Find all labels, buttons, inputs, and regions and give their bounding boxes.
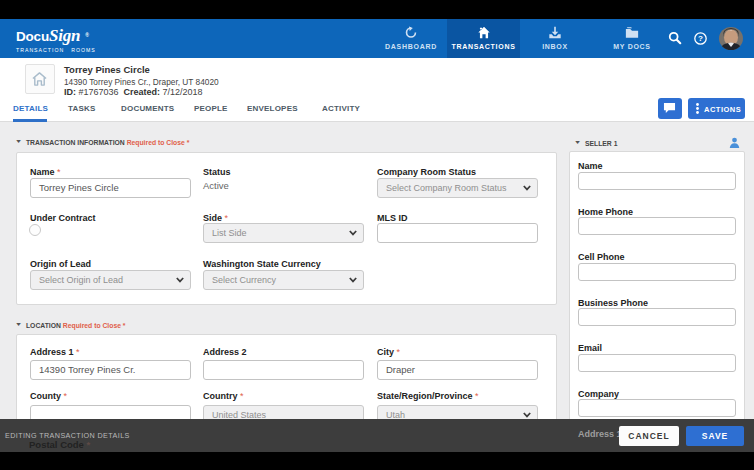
svg-text:?: ? bbox=[698, 34, 703, 43]
